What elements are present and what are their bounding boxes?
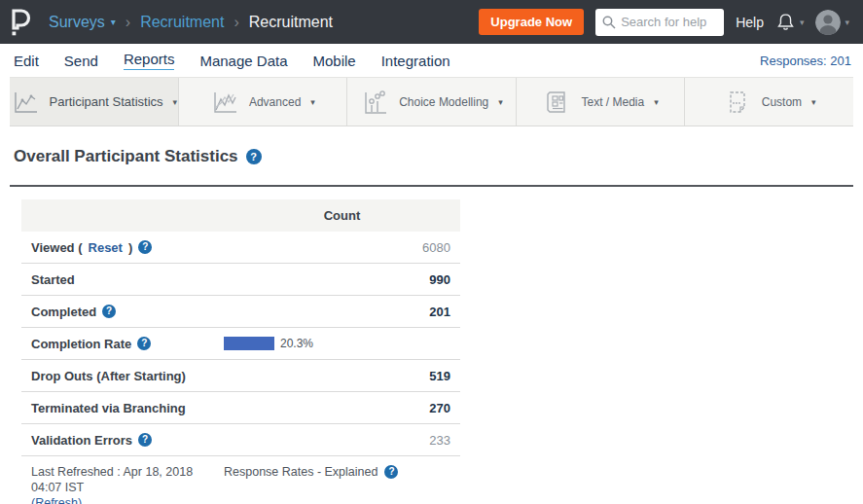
line-chart-icon <box>11 88 40 117</box>
row-label: Completed <box>31 305 96 319</box>
toolbar-text-media[interactable]: Text / Media ▾ <box>517 78 686 126</box>
last-refreshed-label: Last Refreshed : Apr 18, 2018 04:07 IST <box>31 464 224 495</box>
upgrade-now-button[interactable]: Upgrade Now <box>479 9 584 35</box>
refresh-link[interactable]: (Refresh) <box>31 496 82 504</box>
avatar <box>815 10 841 35</box>
table-footer: Last Refreshed : Apr 18, 2018 04:07 IST … <box>21 464 863 504</box>
chevron-down-icon: ▾ <box>811 97 816 107</box>
nav-tab-edit[interactable]: Edit <box>14 53 39 69</box>
nav-tab-mobile[interactable]: Mobile <box>313 53 356 69</box>
search-icon <box>602 16 616 29</box>
toolbar-choice-modelling[interactable]: Choice Modelling ▾ <box>347 78 517 126</box>
row-value: 233 <box>224 433 460 448</box>
nav-tab-integration[interactable]: Integration <box>381 53 450 69</box>
toolbar-custom[interactable]: Custom ▾ <box>685 78 853 126</box>
table-row-terminated: Terminated via Branching 270 <box>21 392 460 424</box>
nav-tab-manage-data[interactable]: Manage Data <box>199 53 287 69</box>
row-value: 201 <box>224 305 460 319</box>
table-row-drop-outs: Drop Outs (After Starting) 519 <box>21 360 460 392</box>
scatter-chart-icon <box>360 88 389 117</box>
row-label: Terminated via Branching <box>31 401 186 415</box>
help-icon[interactable]: ? <box>138 240 152 254</box>
help-icon[interactable]: ? <box>138 433 152 447</box>
completion-rate-value: 20.3% <box>280 337 313 350</box>
breadcrumb-separator-icon: › <box>126 14 130 31</box>
breadcrumb: Surveys ▾ › Recruitment › Recruitment <box>49 14 333 31</box>
breadcrumb-separator-icon: › <box>234 14 238 31</box>
row-label: Validation Errors <box>31 433 132 448</box>
help-icon[interactable]: ? <box>384 465 398 479</box>
chevron-down-icon: ▾ <box>498 97 503 107</box>
nav-tab-reports[interactable]: Reports <box>124 51 175 70</box>
account-menu-button[interactable]: ▾ <box>815 10 849 35</box>
count-column-header: Count <box>224 208 460 223</box>
table-row-viewed: Viewed ( Reset ) ? 6080 <box>21 232 460 264</box>
row-label: Viewed ( <box>31 240 83 255</box>
chevron-down-icon: ▾ <box>310 97 315 107</box>
custom-page-icon <box>723 88 752 117</box>
participant-statistics-table: Count Viewed ( Reset ) ? 6080 Started 99… <box>21 199 460 456</box>
avatar-icon <box>815 10 841 35</box>
title-divider <box>10 185 853 187</box>
breadcrumb-folder[interactable]: Recruitment <box>140 14 224 31</box>
toolbar-label: Custom <box>762 95 802 109</box>
table-row-started: Started 990 <box>21 264 460 296</box>
bell-icon <box>775 12 796 33</box>
table-row-validation-errors: Validation Errors ? 233 <box>21 424 460 456</box>
toolbar-label: Advanced <box>249 95 301 109</box>
breadcrumb-surveys-label: Surveys <box>49 14 105 31</box>
row-value: 519 <box>224 369 460 383</box>
table-header-row: Count <box>21 199 460 232</box>
help-link[interactable]: Help <box>736 15 764 30</box>
topbar-right: Upgrade Now Help ▾ ▾ <box>479 9 849 36</box>
newspaper-icon <box>542 88 571 117</box>
toolbar-participant-statistics[interactable]: Participant Statistics ▾ <box>10 78 179 126</box>
response-rates-explained-label: Response Rates - Explained <box>224 465 378 479</box>
row-value: 990 <box>224 272 460 287</box>
chevron-down-icon: ▾ <box>654 97 659 107</box>
help-search <box>595 9 724 36</box>
toolbar-advanced[interactable]: Advanced ▾ <box>179 78 348 126</box>
help-icon[interactable]: ? <box>102 305 116 318</box>
row-label: Drop Outs (After Starting) <box>31 369 186 383</box>
table-row-completed: Completed ? 201 <box>21 296 460 328</box>
report-toolbar: Participant Statistics ▾ Advanced ▾ Choi… <box>10 77 853 126</box>
logo-p-icon <box>10 8 31 37</box>
help-icon[interactable]: ? <box>246 149 262 164</box>
breadcrumb-current-survey: Recruitment <box>249 14 333 31</box>
multi-line-chart-icon <box>210 88 239 117</box>
help-icon[interactable]: ? <box>137 337 151 350</box>
page-title: Overall Participant Statistics ? <box>14 147 863 166</box>
survey-nav: Edit Send Reports Manage Data Mobile Int… <box>0 44 863 77</box>
reset-link[interactable]: Reset <box>89 240 123 255</box>
toolbar-label: Text / Media <box>581 95 644 109</box>
topbar: Surveys ▾ › Recruitment › Recruitment Up… <box>0 0 863 44</box>
breadcrumb-surveys[interactable]: Surveys ▾ <box>49 14 116 31</box>
chevron-down-icon: ▾ <box>173 97 178 107</box>
responses-count: Responses: 201 <box>760 54 851 68</box>
nav-tab-send[interactable]: Send <box>64 53 98 69</box>
toolbar-label: Choice Modelling <box>399 95 488 109</box>
row-value: 6080 <box>224 240 460 255</box>
toolbar-label: Participant Statistics <box>50 94 163 109</box>
notifications-button[interactable]: ▾ <box>775 12 805 33</box>
page-title-text: Overall Participant Statistics <box>14 147 238 166</box>
chevron-down-icon: ▾ <box>111 17 116 27</box>
questionpro-logo[interactable] <box>10 8 35 37</box>
row-label: Started <box>31 272 75 287</box>
chevron-down-icon: ▾ <box>800 18 805 27</box>
row-label: Completion Rate <box>31 337 131 351</box>
row-value: 270 <box>224 401 460 415</box>
table-row-completion-rate: Completion Rate ? 20.3% <box>21 328 460 360</box>
completion-rate-bar <box>224 337 274 350</box>
report-content: Overall Participant Statistics ? Count V… <box>0 126 863 504</box>
row-label-suffix: ) <box>128 240 132 255</box>
chevron-down-icon: ▾ <box>845 18 849 27</box>
